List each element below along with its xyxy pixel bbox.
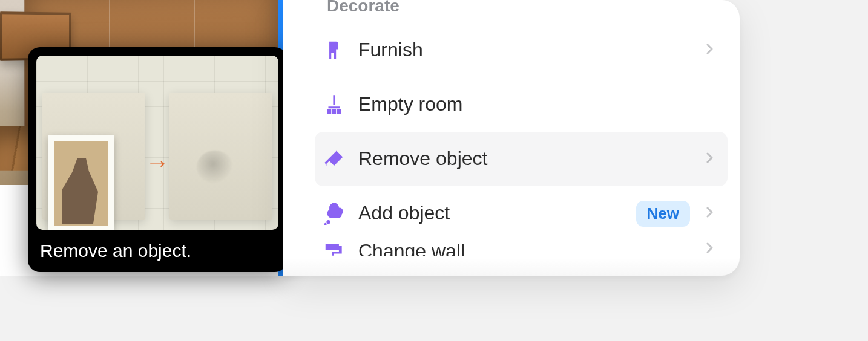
decorate-panel: Decorate Furnish Empty room — [283, 0, 740, 276]
menu-item-label: Furnish — [358, 39, 702, 60]
tooltip-demo-artwork — [48, 135, 114, 230]
chevron-right-icon — [702, 241, 717, 258]
tooltip-demo-after — [169, 93, 272, 220]
menu-item-add-object[interactable]: Add object New — [315, 186, 728, 241]
menu-item-change-wall[interactable]: Change wall — [315, 241, 728, 272]
menu-item-empty-room[interactable]: Empty room — [315, 77, 728, 132]
menu-item-remove-object[interactable]: Remove object — [315, 132, 728, 186]
menu-item-furnish[interactable]: Furnish — [315, 23, 728, 77]
section-title: Decorate — [295, 0, 728, 23]
chevron-right-icon — [702, 151, 717, 167]
chevron-right-icon — [702, 42, 717, 59]
decorate-menu: Furnish Empty room Remove object — [295, 23, 728, 272]
arrow-right-icon: → — [145, 149, 169, 177]
stage: → Remove an object. Decorate Furnish — [0, 0, 868, 341]
menu-item-label: Change wall — [358, 241, 702, 256]
chair-icon — [320, 36, 349, 65]
badge-new: New — [636, 201, 690, 227]
selection-edge-handle[interactable] — [278, 271, 283, 276]
thought-icon — [320, 199, 349, 228]
menu-item-label: Empty room — [358, 94, 717, 115]
chevron-right-icon — [702, 205, 717, 222]
eraser-icon — [320, 145, 349, 174]
menu-item-label: Remove object — [358, 148, 702, 169]
tooltip-demo-before — [42, 93, 145, 220]
roller-icon — [320, 241, 349, 265]
tooltip-caption: Remove an object. — [36, 241, 278, 261]
tooltip-remove-object: → Remove an object. — [28, 47, 287, 272]
menu-item-label: Add object — [358, 203, 636, 224]
broom-icon — [320, 90, 349, 119]
tooltip-demo: → — [36, 56, 278, 230]
